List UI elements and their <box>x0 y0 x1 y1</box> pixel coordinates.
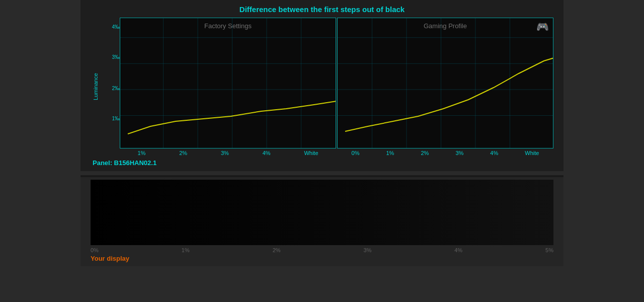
bottom-x-2: 2% <box>273 247 281 253</box>
bottom-x-5: 5% <box>545 247 553 253</box>
divider <box>80 171 564 175</box>
right-x-label-2: 2% <box>421 150 429 156</box>
top-section: Difference between the first steps out o… <box>80 0 564 171</box>
your-display-label: Your display <box>91 253 553 264</box>
left-x-label-2: 2% <box>179 150 187 156</box>
factory-settings-chart: Factory Settings <box>120 18 336 148</box>
y-tick-3: 3‰ <box>112 54 120 60</box>
right-x-label-3: 3% <box>455 150 463 156</box>
y-axis-label: Luminance <box>91 18 99 156</box>
panel-info: Panel: B156HAN02.1 <box>91 156 553 169</box>
bottom-x-3: 3% <box>363 247 371 253</box>
right-x-label-4: 4% <box>490 150 498 156</box>
bottom-x-axis: 0% 1% 2% 3% 4% 5% <box>91 246 553 253</box>
right-x-label-1: 1% <box>386 150 394 156</box>
bottom-section: 0% 1% 2% 3% 4% 5% Your display <box>80 177 564 266</box>
gaming-profile-chart: Gaming Profile 🎮 <box>337 18 553 148</box>
right-x-label-white: White <box>525 150 539 156</box>
display-chart <box>91 180 553 245</box>
svg-rect-18 <box>91 180 553 245</box>
main-container: Difference between the first steps out o… <box>80 0 564 266</box>
right-x-label-0: 0% <box>352 150 360 156</box>
bottom-x-0: 0% <box>91 247 99 253</box>
bottom-x-1: 1% <box>182 247 190 253</box>
bottom-x-4: 4% <box>454 247 462 253</box>
y-tick-1: 1‰ <box>112 116 120 121</box>
chart-title: Difference between the first steps out o… <box>91 5 553 14</box>
left-x-label-3: 3% <box>221 150 229 156</box>
y-tick-4: 4‰ <box>112 24 120 30</box>
left-x-label-4: 4% <box>263 150 271 156</box>
left-x-label-1: 1% <box>137 150 145 156</box>
left-x-label-white: White <box>304 150 318 156</box>
y-tick-2: 2‰ <box>112 86 120 91</box>
